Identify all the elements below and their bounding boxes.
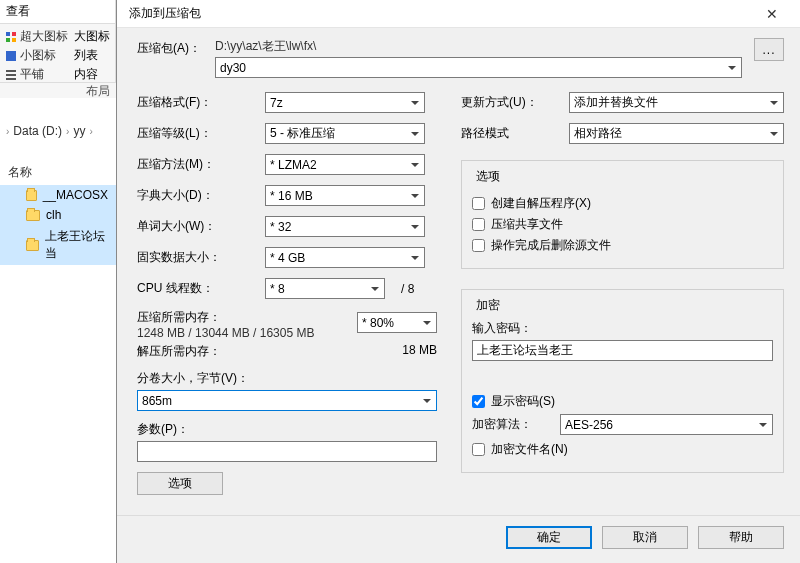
ribbon-group-layout: 布局 bbox=[0, 82, 116, 98]
file-list: 名称 __MACOSX clh 上老王论坛当 bbox=[0, 160, 116, 265]
options-button[interactable]: 选项 bbox=[137, 472, 223, 495]
archive-name-value: dy30 bbox=[220, 61, 246, 75]
dialog-title: 添加到压缩包 bbox=[129, 5, 201, 22]
view-big-icons[interactable]: 大图标 bbox=[74, 28, 110, 45]
shared-checkbox-input[interactable] bbox=[472, 218, 485, 231]
mem-percent-value: * 80% bbox=[362, 316, 394, 330]
list-item-label: clh bbox=[46, 208, 61, 222]
column-header-name[interactable]: 名称 bbox=[0, 160, 116, 185]
format-select[interactable]: 7z bbox=[265, 92, 425, 113]
word-value: * 32 bbox=[270, 220, 291, 234]
solid-select[interactable]: * 4 GB bbox=[265, 247, 425, 268]
update-mode-value: 添加并替换文件 bbox=[574, 94, 658, 111]
password-label: 输入密码： bbox=[472, 320, 773, 337]
view-tiles[interactable]: 平铺 bbox=[20, 66, 44, 83]
threads-select[interactable]: * 8 bbox=[265, 278, 385, 299]
pathmode-value: 相对路径 bbox=[574, 125, 622, 142]
threads-max: / 8 bbox=[401, 282, 414, 296]
format-value: 7z bbox=[270, 96, 283, 110]
encrypt-names-checkbox[interactable]: 加密文件名(N) bbox=[472, 441, 773, 458]
solid-value: * 4 GB bbox=[270, 251, 305, 265]
shared-checkbox[interactable]: 压缩共享文件 bbox=[472, 216, 773, 233]
breadcrumb-seg[interactable]: yy bbox=[73, 124, 85, 138]
archive-label: 压缩包(A)： bbox=[137, 38, 207, 57]
volume-value: 865m bbox=[142, 394, 172, 408]
breadcrumb-drive[interactable]: Data (D:) bbox=[13, 124, 62, 138]
list-item-label: 上老王论坛当 bbox=[45, 228, 108, 262]
dict-value: * 16 MB bbox=[270, 189, 313, 203]
threads-value: * 8 bbox=[270, 282, 285, 296]
sfx-checkbox-input[interactable] bbox=[472, 197, 485, 210]
pathmode-select[interactable]: 相对路径 bbox=[569, 123, 784, 144]
archive-path: D:\yy\az\老王\lw\fx\ bbox=[215, 38, 742, 57]
view-list[interactable]: 列表 bbox=[74, 47, 98, 64]
options-group: 选项 创建自解压程序(X) 压缩共享文件 操作完成后删除源文件 bbox=[461, 160, 784, 269]
folder-icon bbox=[26, 210, 40, 221]
volume-combo[interactable]: 865m bbox=[137, 390, 437, 411]
chevron-right-icon: › bbox=[6, 126, 9, 137]
delete-after-checkbox-input[interactable] bbox=[472, 239, 485, 252]
pathmode-label: 路径模式 bbox=[461, 125, 561, 142]
level-value: 5 - 标准压缩 bbox=[270, 125, 335, 142]
help-button-label: 帮助 bbox=[729, 529, 753, 546]
method-select[interactable]: * LZMA2 bbox=[265, 154, 425, 175]
options-group-title: 选项 bbox=[472, 168, 504, 185]
dialog-buttons: 确定 取消 帮助 bbox=[117, 515, 800, 563]
ribbon-tab-view[interactable]: 查看 bbox=[6, 3, 30, 20]
options-button-label: 选项 bbox=[168, 475, 192, 492]
format-label: 压缩格式(F)： bbox=[137, 94, 257, 111]
view-small-icons[interactable]: 小图标 bbox=[20, 47, 56, 64]
dict-select[interactable]: * 16 MB bbox=[265, 185, 425, 206]
cancel-button-label: 取消 bbox=[633, 529, 657, 546]
ellipsis-icon: ... bbox=[762, 43, 775, 57]
list-item[interactable]: __MACOSX bbox=[0, 185, 116, 205]
sfx-label: 创建自解压程序(X) bbox=[491, 195, 591, 212]
solid-label: 固实数据大小： bbox=[137, 249, 257, 266]
ok-button[interactable]: 确定 bbox=[506, 526, 592, 549]
folder-icon bbox=[26, 190, 37, 201]
mem-decompress-value: 18 MB bbox=[402, 343, 437, 360]
close-icon: ✕ bbox=[766, 6, 778, 22]
list-item[interactable]: 上老王论坛当 bbox=[0, 225, 116, 265]
tiles-icon bbox=[6, 70, 16, 80]
chevron-right-icon: › bbox=[66, 126, 69, 137]
dialog-titlebar[interactable]: 添加到压缩包 ✕ bbox=[117, 0, 800, 28]
update-mode-select[interactable]: 添加并替换文件 bbox=[569, 92, 784, 113]
shared-label: 压缩共享文件 bbox=[491, 216, 563, 233]
show-password-checkbox[interactable]: 显示密码(S) bbox=[472, 393, 773, 410]
params-input[interactable] bbox=[137, 441, 437, 462]
sfx-checkbox[interactable]: 创建自解压程序(X) bbox=[472, 195, 773, 212]
password-input[interactable] bbox=[472, 340, 773, 361]
list-item-label: __MACOSX bbox=[43, 188, 108, 202]
volume-label: 分卷大小，字节(V)： bbox=[137, 370, 437, 387]
mem-decompress-label: 解压所需内存： bbox=[137, 343, 221, 360]
breadcrumb[interactable]: › Data (D:) › yy › bbox=[0, 120, 93, 142]
encrypt-names-checkbox-input[interactable] bbox=[472, 443, 485, 456]
small-icons-icon bbox=[6, 51, 16, 61]
cancel-button[interactable]: 取消 bbox=[602, 526, 688, 549]
level-select[interactable]: 5 - 标准压缩 bbox=[265, 123, 425, 144]
threads-label: CPU 线程数： bbox=[137, 280, 257, 297]
word-select[interactable]: * 32 bbox=[265, 216, 425, 237]
show-password-checkbox-input[interactable] bbox=[472, 395, 485, 408]
method-label: 压缩方法(M)： bbox=[137, 156, 257, 173]
archive-name-combo[interactable]: dy30 bbox=[215, 57, 742, 78]
view-content[interactable]: 内容 bbox=[74, 66, 98, 83]
encrypt-names-label: 加密文件名(N) bbox=[491, 441, 568, 458]
view-xl-icons[interactable]: 超大图标 bbox=[20, 28, 68, 45]
params-label: 参数(P)： bbox=[137, 421, 437, 438]
mem-percent-select[interactable]: * 80% bbox=[357, 312, 437, 333]
algo-select[interactable]: AES-256 bbox=[560, 414, 773, 435]
browse-button[interactable]: ... bbox=[754, 38, 784, 61]
algo-value: AES-256 bbox=[565, 418, 613, 432]
dict-label: 字典大小(D)： bbox=[137, 187, 257, 204]
xl-icons-icon bbox=[6, 32, 16, 42]
ribbon-col2: 大图标 列表 内容 bbox=[70, 28, 110, 83]
method-value: * LZMA2 bbox=[270, 158, 317, 172]
list-item[interactable]: clh bbox=[0, 205, 116, 225]
close-button[interactable]: ✕ bbox=[752, 0, 792, 28]
encryption-group: 加密 输入密码： 显示密码(S) 加密算法：AES-256 加密文件名(N) bbox=[461, 289, 784, 473]
chevron-right-icon: › bbox=[89, 126, 92, 137]
delete-after-checkbox[interactable]: 操作完成后删除源文件 bbox=[472, 237, 773, 254]
help-button[interactable]: 帮助 bbox=[698, 526, 784, 549]
